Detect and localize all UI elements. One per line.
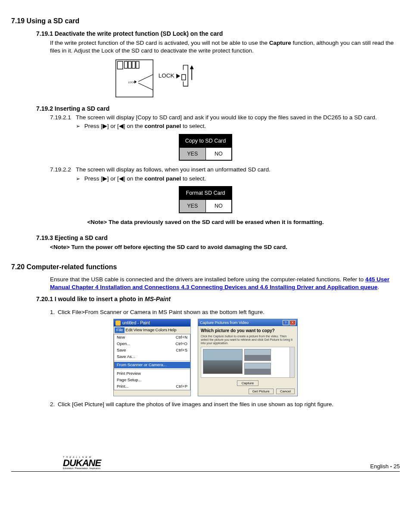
menu-item-new[interactable]: NewCtrl+N	[114, 334, 190, 341]
text: ] on the	[124, 123, 145, 129]
section-7-20-1-heading: 7.20.1 I would like to insert a photo in…	[36, 295, 400, 303]
menu-item-from-scanner[interactable]: From Scanner or Camera...	[114, 362, 190, 368]
text: Click [Get Picture] will capture the pho…	[58, 401, 333, 408]
menu-edit[interactable]: Edit	[125, 327, 132, 333]
label: Open...	[117, 341, 130, 347]
svg-marker-9	[176, 74, 180, 79]
bullet-7-19-2-2: Press [▶] or [◀] on the control panel to…	[76, 175, 400, 183]
menu-item-save[interactable]: SaveCtrl+S	[114, 347, 190, 354]
thumbnail-small[interactable]	[244, 349, 271, 361]
capture-thumbnails	[201, 347, 295, 378]
sd-lock-small-label: LOCK	[128, 81, 135, 84]
dialog-title: Format SD Card	[180, 187, 231, 199]
section-7-19-1-body: If the write protect function of the SD …	[50, 39, 400, 55]
label: From Scanner or Camera...	[117, 362, 167, 368]
menu-item-saveas[interactable]: Save As...	[114, 354, 190, 360]
get-picture-button[interactable]: Get Picture	[249, 389, 274, 394]
menu-item-print-preview[interactable]: Print Preview	[114, 370, 190, 377]
label: Print Preview	[117, 371, 141, 376]
file-dropdown: NewCtrl+N Open...Ctrl+O SaveCtrl+S Save …	[114, 334, 190, 390]
shortcut: Ctrl+O	[175, 341, 187, 347]
text: Ensure that the USB cable is connected a…	[50, 276, 365, 283]
capture-title-text: Capture Pictures from Video	[200, 320, 249, 325]
text: to select.	[181, 175, 206, 182]
section-7-19-2-heading: 7.19.2 Inserting a SD card	[36, 105, 400, 113]
num: 2.	[50, 401, 58, 408]
thumbnail-large[interactable]	[203, 349, 243, 374]
eject-note: <Note> Turn the power off before ejectin…	[50, 243, 400, 251]
text: 25	[392, 463, 400, 470]
right-arrow-icon: ▶	[103, 175, 107, 182]
menu-view[interactable]: View	[134, 327, 142, 333]
section-7-20-heading: 7.20 Computer-related functions	[11, 262, 400, 272]
dukane-logo: T H E A L L N E W DUKANE Education. Pres…	[11, 456, 101, 470]
sd-lock-big-label: LOCK	[159, 73, 174, 79]
sd-lock-svg: LOCK LOCK	[115, 59, 201, 98]
page-number: English - 25	[370, 463, 400, 470]
text: Press [	[84, 175, 103, 182]
copy-to-sd-dialog: Copy to SD Card YES NO	[179, 134, 232, 161]
capture-question: Which picture do you want to copy?	[201, 328, 295, 334]
cancel-button[interactable]: Cancel	[276, 389, 295, 394]
right-arrow-icon: ▶	[103, 123, 107, 129]
bullet-7-19-2-1: Press [▶] or [◀] on the control panel to…	[76, 122, 400, 130]
label: Save As...	[117, 354, 135, 360]
text: .	[377, 284, 379, 290]
label: Save	[117, 348, 126, 353]
capture-window: Capture Pictures from Video ? X Which pi…	[198, 319, 298, 396]
p-7-19-2-2: 7.19.2.2The screen will display as follo…	[50, 166, 400, 174]
mspaint-titlebar: untitled - Paint	[114, 319, 190, 327]
menu-help[interactable]: Help	[168, 327, 177, 333]
capture-bold: Capture	[269, 40, 291, 46]
control-panel-bold: control panel	[145, 123, 181, 129]
separator	[114, 361, 190, 361]
svg-rect-2	[125, 62, 128, 68]
close-icon[interactable]: X	[290, 320, 296, 325]
li-7-20-1-2: 2.Click [Get Picture] will capture the p…	[50, 401, 400, 408]
shortcut: Ctrl+N	[176, 335, 187, 340]
capture-titlebar: Capture Pictures from Video ? X	[198, 319, 297, 326]
format-note: <Note> The data previously saved on the …	[28, 218, 383, 226]
sd-lock-figure: LOCK LOCK	[115, 59, 400, 100]
menu-image[interactable]: Image	[143, 327, 154, 333]
section-7-20-intro: Ensure that the USB cable is connected a…	[50, 276, 400, 291]
mspaint-menubar: File Edit View Image Colors Help	[114, 327, 190, 334]
num: 7.19.2.1	[50, 114, 76, 121]
dialog-title: Copy to SD Card	[180, 135, 231, 147]
label: Page Setup...	[117, 377, 142, 383]
no-button[interactable]: NO	[206, 148, 232, 160]
mspaint-icon	[115, 320, 121, 326]
yes-button[interactable]: YES	[180, 200, 206, 212]
text: to select.	[181, 123, 206, 129]
text: ] on the	[124, 175, 145, 182]
svg-rect-1	[117, 62, 123, 69]
li-7-20-1-1: 1.Click File>From Scanner or Camera in M…	[50, 308, 400, 316]
shortcut: Ctrl+S	[176, 348, 187, 353]
text: Press [	[84, 123, 103, 129]
text: If the write protect function of the SD …	[50, 40, 269, 46]
menu-item-page-setup[interactable]: Page Setup...	[114, 377, 190, 383]
section-7-19-3-heading: 7.19.3 Ejecting a SD card	[36, 234, 400, 242]
control-panel-bold: control panel	[145, 175, 181, 182]
menu-colors[interactable]: Colors	[156, 327, 167, 333]
thumbnail-small[interactable]	[244, 363, 271, 375]
menu-file[interactable]: File	[115, 327, 125, 333]
left-arrow-icon: ◀	[119, 123, 124, 129]
page-footer: T H E A L L N E W DUKANE Education. Pres…	[11, 456, 400, 472]
capture-button[interactable]: Capture	[237, 380, 258, 386]
separator	[114, 369, 190, 370]
menu-item-print[interactable]: Print...Ctrl+P	[114, 383, 190, 390]
yes-button[interactable]: YES	[180, 148, 206, 160]
svg-line-8	[138, 83, 153, 90]
capture-subtext: Click the Capture button to create a pic…	[201, 335, 295, 345]
text: ] or [	[107, 123, 119, 129]
no-button[interactable]: NO	[206, 200, 232, 212]
text: The screen will display [Copy to SD card…	[76, 114, 377, 121]
logo-brand: DUKANE	[63, 459, 101, 467]
svg-rect-0	[116, 60, 153, 97]
text: Click File>From Scanner or Camera in MS …	[58, 309, 265, 315]
menu-item-open[interactable]: Open...Ctrl+O	[114, 341, 190, 347]
label: Print...	[117, 384, 128, 389]
help-icon[interactable]: ?	[283, 320, 289, 325]
svg-marker-12	[190, 65, 194, 69]
